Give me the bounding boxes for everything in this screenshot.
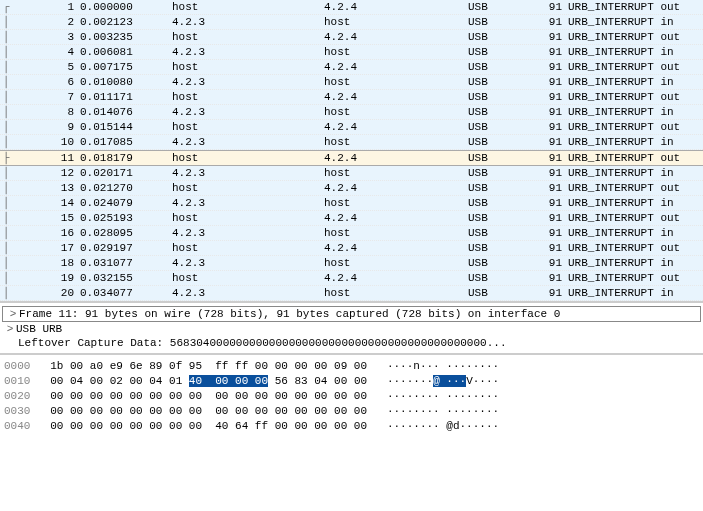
- col-source: host: [172, 152, 324, 164]
- hex-dump-pane[interactable]: 0000 1b 00 a0 e9 6e 89 0f 95 ff ff 00 00…: [0, 354, 703, 440]
- tree-marker: │: [0, 167, 12, 179]
- col-destination: 4.2.4: [324, 1, 468, 13]
- col-time: 0.006081: [80, 46, 172, 58]
- hex-row[interactable]: 0010 00 04 00 02 00 04 01 40 00 00 00 56…: [4, 374, 699, 389]
- hex-ascii: ········ ········: [387, 390, 499, 402]
- hex-offset: 0010: [4, 375, 30, 387]
- hex-row[interactable]: 0000 1b 00 a0 e9 6e 89 0f 95 ff ff 00 00…: [4, 359, 699, 374]
- col-time: 0.014076: [80, 106, 172, 118]
- col-protocol: USB: [468, 121, 540, 133]
- packet-row[interactable]: │80.0140764.2.3hostUSB91URB_INTERRUPT in: [0, 105, 703, 120]
- col-length: 91: [540, 257, 568, 269]
- detail-leftover-data[interactable]: Leftover Capture Data: 56830400000000000…: [0, 336, 703, 350]
- hex-bytes-highlight: 40 00 00 00: [189, 375, 268, 387]
- packet-row[interactable]: │40.0060814.2.3hostUSB91URB_INTERRUPT in: [0, 45, 703, 60]
- packet-row[interactable]: │90.015144host4.2.4USB91URB_INTERRUPT ou…: [0, 120, 703, 135]
- packet-row[interactable]: │70.011171host4.2.4USB91URB_INTERRUPT ou…: [0, 90, 703, 105]
- col-time: 0.002123: [80, 16, 172, 28]
- col-destination: host: [324, 16, 468, 28]
- col-no: 13: [12, 182, 80, 194]
- col-no: 3: [12, 31, 80, 43]
- col-no: 17: [12, 242, 80, 254]
- col-protocol: USB: [468, 61, 540, 73]
- col-destination: host: [324, 287, 468, 299]
- col-no: 6: [12, 76, 80, 88]
- col-length: 91: [540, 182, 568, 194]
- packet-row[interactable]: │180.0310774.2.3hostUSB91URB_INTERRUPT i…: [0, 256, 703, 271]
- col-no: 19: [12, 272, 80, 284]
- packet-row[interactable]: ┌10.000000host4.2.4USB91URB_INTERRUPT ou…: [0, 0, 703, 15]
- col-length: 91: [540, 31, 568, 43]
- col-protocol: USB: [468, 31, 540, 43]
- col-info: URB_INTERRUPT out: [568, 242, 703, 254]
- tree-marker: │: [0, 121, 12, 133]
- packet-row[interactable]: │190.032155host4.2.4USB91URB_INTERRUPT o…: [0, 271, 703, 286]
- col-protocol: USB: [468, 16, 540, 28]
- col-time: 0.017085: [80, 136, 172, 148]
- col-info: URB_INTERRUPT in: [568, 76, 703, 88]
- detail-leftover-text: Leftover Capture Data: 56830400000000000…: [18, 337, 506, 349]
- col-destination: host: [324, 76, 468, 88]
- col-time: 0.020171: [80, 167, 172, 179]
- hex-bytes: 1b 00 a0 e9 6e 89 0f 95 ff ff 00 00 00 0…: [50, 360, 367, 372]
- packet-row[interactable]: │150.025193host4.2.4USB91URB_INTERRUPT o…: [0, 211, 703, 226]
- col-length: 91: [540, 272, 568, 284]
- col-length: 91: [540, 46, 568, 58]
- col-source: host: [172, 272, 324, 284]
- detail-frame-summary[interactable]: >Frame 11: 91 bytes on wire (728 bits), …: [2, 306, 701, 322]
- packet-row[interactable]: ├110.018179host4.2.4USB91URB_INTERRUPT o…: [0, 150, 703, 166]
- tree-marker: ├: [0, 152, 12, 164]
- col-no: 5: [12, 61, 80, 73]
- hex-bytes: 00 00 00 00 00 00 00 00 00 00 00 00 00 0…: [50, 405, 367, 417]
- packet-row[interactable]: │200.0340774.2.3hostUSB91URB_INTERRUPT i…: [0, 286, 703, 301]
- col-time: 0.029197: [80, 242, 172, 254]
- col-info: URB_INTERRUPT out: [568, 121, 703, 133]
- packet-list-pane[interactable]: ┌10.000000host4.2.4USB91URB_INTERRUPT ou…: [0, 0, 703, 302]
- col-info: URB_INTERRUPT in: [568, 46, 703, 58]
- detail-frame-text: Frame 11: 91 bytes on wire (728 bits), 9…: [19, 308, 560, 320]
- packet-row[interactable]: │170.029197host4.2.4USB91URB_INTERRUPT o…: [0, 241, 703, 256]
- tree-marker: │: [0, 257, 12, 269]
- detail-usb-urb[interactable]: >USB URB: [0, 322, 703, 336]
- tree-marker: │: [0, 287, 12, 299]
- packet-row[interactable]: │130.021270host4.2.4USB91URB_INTERRUPT o…: [0, 181, 703, 196]
- col-no: 1: [12, 1, 80, 13]
- col-time: 0.011171: [80, 91, 172, 103]
- packet-row[interactable]: │50.007175host4.2.4USB91URB_INTERRUPT ou…: [0, 60, 703, 75]
- col-source: 4.2.3: [172, 46, 324, 58]
- hex-row[interactable]: 0030 00 00 00 00 00 00 00 00 00 00 00 00…: [4, 404, 699, 419]
- chevron-right-icon: >: [4, 323, 16, 335]
- col-no: 14: [12, 197, 80, 209]
- col-info: URB_INTERRUPT in: [568, 197, 703, 209]
- packet-row[interactable]: │20.0021234.2.3hostUSB91URB_INTERRUPT in: [0, 15, 703, 30]
- hex-row[interactable]: 0040 00 00 00 00 00 00 00 00 40 64 ff 00…: [4, 419, 699, 434]
- col-no: 18: [12, 257, 80, 269]
- col-no: 12: [12, 167, 80, 179]
- col-length: 91: [540, 76, 568, 88]
- packet-row[interactable]: │160.0280954.2.3hostUSB91URB_INTERRUPT i…: [0, 226, 703, 241]
- col-time: 0.003235: [80, 31, 172, 43]
- col-no: 20: [12, 287, 80, 299]
- packet-row[interactable]: │60.0100804.2.3hostUSB91URB_INTERRUPT in: [0, 75, 703, 90]
- packet-row[interactable]: │120.0201714.2.3hostUSB91URB_INTERRUPT i…: [0, 166, 703, 181]
- col-length: 91: [540, 227, 568, 239]
- packet-details-pane[interactable]: >Frame 11: 91 bytes on wire (728 bits), …: [0, 302, 703, 354]
- col-protocol: USB: [468, 91, 540, 103]
- col-destination: host: [324, 197, 468, 209]
- tree-marker: │: [0, 106, 12, 118]
- packet-row[interactable]: │100.0170854.2.3hostUSB91URB_INTERRUPT i…: [0, 135, 703, 150]
- col-protocol: USB: [468, 197, 540, 209]
- col-time: 0.021270: [80, 182, 172, 194]
- tree-marker: │: [0, 46, 12, 58]
- hex-bytes: 00 00 00 00 00 00 00 00 40 64 ff 00 00 0…: [50, 420, 367, 432]
- packet-row[interactable]: │30.003235host4.2.4USB91URB_INTERRUPT ou…: [0, 30, 703, 45]
- col-info: URB_INTERRUPT in: [568, 136, 703, 148]
- packet-row[interactable]: │140.0240794.2.3hostUSB91URB_INTERRUPT i…: [0, 196, 703, 211]
- col-length: 91: [540, 1, 568, 13]
- hex-row[interactable]: 0020 00 00 00 00 00 00 00 00 00 00 00 00…: [4, 389, 699, 404]
- hex-offset: 0040: [4, 420, 30, 432]
- col-info: URB_INTERRUPT out: [568, 61, 703, 73]
- col-time: 0.034077: [80, 287, 172, 299]
- col-no: 2: [12, 16, 80, 28]
- col-protocol: USB: [468, 167, 540, 179]
